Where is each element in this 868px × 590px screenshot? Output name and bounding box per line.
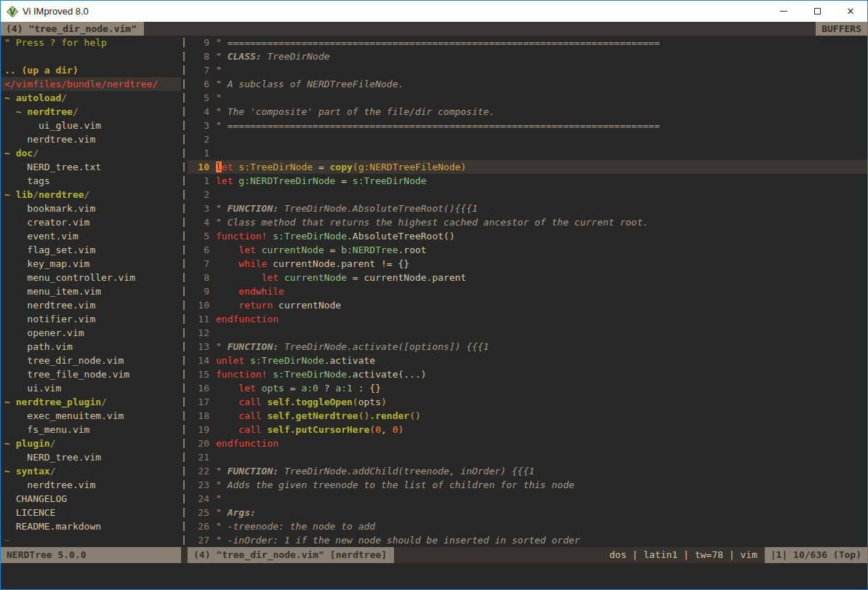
line-text: " FUNCTION: TreeDirNode.AbsoluteTreeRoot…	[209, 202, 478, 215]
code-line[interactable]: 18 call self.getNerdtree().render()	[188, 409, 867, 423]
code-line[interactable]: 1let g:NERDTreeDirNode = s:TreeDirNode	[188, 174, 867, 188]
line-text: " FUNCTION: TreeDirNode.addChild(treenod…	[209, 464, 534, 478]
code-line[interactable]: 8 let currentNode = currentNode.parent	[188, 271, 867, 284]
code-line[interactable]: 9" =====================================…	[188, 36, 867, 49]
line-text: "	[209, 63, 222, 77]
tree-row[interactable]: " Press ? for help	[4, 36, 181, 49]
tree-row[interactable]: bookmark.vim	[4, 202, 181, 215]
tree-row[interactable]	[4, 49, 181, 63]
tree-row[interactable]: event.vim	[4, 229, 181, 243]
command-line[interactable]	[1, 563, 867, 589]
tree-row[interactable]: LICENCE	[4, 506, 181, 519]
code-line[interactable]: 8" CLASS: TreeDirNode	[188, 49, 867, 63]
tree-row[interactable]: ~ nerdtree_plugin/	[4, 395, 181, 409]
code-line[interactable]: 2	[188, 188, 867, 202]
code-line[interactable]: 5function! s:TreeDirNode.AbsoluteTreeRoo…	[188, 229, 867, 243]
tree-row[interactable]: opener.vim	[4, 326, 181, 340]
code-line[interactable]: 3" FUNCTION: TreeDirNode.AbsoluteTreeRoo…	[188, 202, 867, 215]
code-line[interactable]: 4" Class method that returns the highest…	[188, 215, 867, 229]
code-line[interactable]: 19 call self.putCursorHere(0, 0)	[188, 423, 867, 436]
line-number: 1	[188, 146, 209, 160]
tree-row[interactable]: creator.vim	[4, 215, 181, 229]
minimize-button[interactable]	[767, 1, 800, 22]
line-number: 16	[188, 381, 209, 395]
code-line[interactable]: 11endfunction	[188, 312, 867, 326]
tree-row[interactable]: ~	[4, 533, 181, 547]
tree-row[interactable]: README.markdown	[4, 519, 181, 533]
code-line[interactable]: 1	[188, 146, 867, 160]
line-text: " CLASS: TreeDirNode	[209, 49, 330, 63]
code-line[interactable]: 5"	[188, 91, 867, 105]
code-line[interactable]: 7"	[188, 63, 867, 77]
tree-row[interactable]: notifier.vim	[4, 312, 181, 326]
tree-row[interactable]: ui_glue.vim	[4, 119, 181, 132]
tree-row[interactable]: key_map.vim	[4, 257, 181, 271]
tree-row[interactable]: </vimfiles/bundle/nerdtree/	[1, 77, 181, 91]
code-line[interactable]: 20endfunction	[188, 436, 867, 450]
line-number: 8	[188, 271, 209, 284]
tree-row[interactable]: tree_dir_node.vim	[4, 354, 181, 367]
tree-row[interactable]: fs_menu.vim	[4, 423, 181, 436]
tree-row[interactable]: ~ doc/	[4, 146, 181, 160]
tree-row[interactable]: path.vim	[4, 340, 181, 354]
tree-row[interactable]: menu_controller.vim	[4, 271, 181, 284]
tree-row[interactable]: nerdtree.vim	[4, 298, 181, 312]
code-line[interactable]: 23" Adds the given treenode to the list …	[188, 478, 867, 492]
tree-row[interactable]: NERD_tree.vim	[4, 450, 181, 464]
code-line[interactable]: 25" Args:	[188, 506, 867, 519]
code-line[interactable]: 7 while currentNode.parent != {}	[188, 257, 867, 271]
tree-row[interactable]: ~ lib/nerdtree/	[4, 188, 181, 202]
line-number: 5	[188, 229, 209, 243]
line-number: 14	[188, 354, 209, 367]
tree-row[interactable]: ui.vim	[4, 381, 181, 395]
tree-row[interactable]: .. (up a dir)	[4, 63, 181, 77]
code-line[interactable]: 17 call self.toggleOpen(opts)	[188, 395, 867, 409]
code-line[interactable]: 12	[188, 326, 867, 340]
code-line[interactable]: 10 return currentNode	[188, 298, 867, 312]
line-number: 12	[188, 326, 209, 340]
code-line[interactable]: 2	[188, 132, 867, 146]
tree-row[interactable]: nerdtree.vim	[4, 478, 181, 492]
code-line[interactable]: 14unlet s:TreeDirNode.activate	[188, 354, 867, 367]
code-line[interactable]: 4" The 'composite' part of the file/dir …	[188, 105, 867, 119]
line-number: 6	[188, 77, 209, 91]
tree-row[interactable]: ~ syntax/	[4, 464, 181, 478]
statusline-fill	[394, 547, 609, 563]
vim-logo-icon	[7, 6, 18, 17]
code-line[interactable]: 6 let currentNode = b:NERDTree.root	[188, 243, 867, 257]
tree-row[interactable]: exec_menuitem.vim	[4, 409, 181, 423]
code-line[interactable]: 10let s:TreeDirNode = copy(g:NERDTreeFil…	[188, 160, 867, 174]
close-button[interactable]: ✕	[834, 1, 867, 22]
code-line[interactable]: 9 endwhile	[188, 284, 867, 298]
line-text: " A subclass of NERDTreeFileNode.	[209, 77, 403, 91]
tree-row[interactable]: nerdtree.vim	[4, 132, 181, 146]
tree-row[interactable]: tags	[4, 174, 181, 188]
line-text	[209, 146, 216, 160]
code-line[interactable]: 13" FUNCTION: TreeDirNode.activate([opti…	[188, 340, 867, 354]
tree-row[interactable]: flag_set.vim	[4, 243, 181, 257]
code-line[interactable]: 16 let opts = a:0 ? a:1 : {}	[188, 381, 867, 395]
line-text: let currentNode = currentNode.parent	[209, 271, 466, 284]
code-line[interactable]: 21	[188, 450, 867, 464]
tree-row[interactable]: tree_file_node.vim	[4, 367, 181, 381]
code-line[interactable]: 3" =====================================…	[188, 119, 867, 132]
tree-row[interactable]: CHANGELOG	[4, 492, 181, 506]
tree-row[interactable]: ~ plugin/	[4, 436, 181, 450]
line-text: " ======================================…	[209, 36, 659, 49]
vim-window: Vi IMproved 8.0 ✕ (4) "tree_dir_node.vim…	[0, 0, 868, 590]
statusline-flags: dos | latin1 | tw=78 | vim	[609, 547, 765, 563]
code-line[interactable]: 6" A subclass of NERDTreeFileNode.	[188, 77, 867, 91]
maximize-button[interactable]	[800, 1, 834, 22]
tab-tree-dir-node[interactable]: (4) "tree_dir_node.vim"	[1, 22, 144, 36]
tree-row[interactable]: NERD_tree.txt	[4, 160, 181, 174]
tree-row[interactable]: ~ autoload/	[4, 91, 181, 105]
code-line[interactable]: 26" -treenode: the node to add	[188, 519, 867, 533]
code-line[interactable]: 24"	[188, 492, 867, 506]
code-line[interactable]: 15function! s:TreeDirNode.activate(...)	[188, 367, 867, 381]
tree-row[interactable]: ~ nerdtree/	[4, 105, 181, 119]
line-number: 22	[188, 464, 209, 478]
window-split-separator[interactable]	[181, 36, 188, 547]
code-line[interactable]: 27" -inOrder: 1 if the new node should b…	[188, 533, 867, 547]
code-line[interactable]: 22" FUNCTION: TreeDirNode.addChild(treen…	[188, 464, 867, 478]
tree-row[interactable]: menu_item.vim	[4, 284, 181, 298]
